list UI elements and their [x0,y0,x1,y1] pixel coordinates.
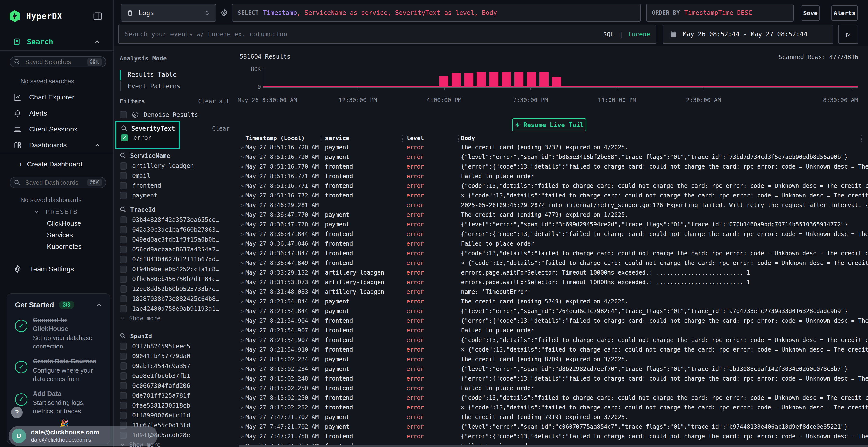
checkbox[interactable] [120,412,127,419]
show-more-button[interactable]: Show more [120,314,231,323]
row-expand-chevron[interactable]: > [239,260,245,266]
sidebar-item-dashboards[interactable]: Dashboards [0,138,113,153]
filter-value-row[interactable]: 09041fb457779da0 [120,351,231,361]
table-row[interactable]: >May 27 8:15:02.252 AMfrontenderror× {"c… [239,403,868,412]
filter-value-row[interactable]: 0de781ff325a781f [120,391,231,401]
row-expand-chevron[interactable]: > [239,308,245,314]
time-range-picker[interactable]: May 26 08:52:44 - May 27 08:52:44 [662,25,833,44]
checkbox[interactable] [120,192,127,199]
filter-value-row[interactable]: 18287038b73e882425c64b8… [120,294,231,304]
checkbox[interactable] [120,353,127,360]
table-row[interactable]: >May 27 8:21:54.910 AMfrontenderror× {"c… [239,345,868,354]
row-expand-chevron[interactable]: > [239,434,245,440]
checkbox[interactable] [120,266,127,273]
filter-value-row[interactable]: 056cd9acbaac8637a4354a2… [120,244,231,254]
clear-severity-filter-link[interactable]: Clear [113,125,229,132]
sidebar-item-alerts[interactable]: Alerts [0,106,113,121]
save-button[interactable]: Save [801,5,820,21]
preset-kubernetes[interactable]: Kubernetes [47,243,82,250]
row-expand-chevron[interactable]: > [239,231,245,237]
col-body[interactable]: Body [461,135,868,142]
table-row[interactable]: >May 27 8:51:16.771 AMfrontenderrorFaile… [239,171,868,181]
table-row[interactable]: >May 27 8:31:48.083 AMartillery-loadgene… [239,287,868,297]
filter-value-row[interactable]: 0fbe680eb456750b2d1184c… [120,274,231,284]
sidebar-item-client-sessions[interactable]: Client Sessions [0,122,113,137]
filter-value-row[interactable]: ✓error [121,133,179,143]
lucene-search-bar[interactable]: SQL | Lucene [118,25,656,44]
user-menu[interactable]: D dale@clickhouse.com dale@clickhouse.co… [9,426,158,446]
order-by-input[interactable]: ORDER BY TimestampTime DESC [646,4,794,22]
filter-value-row[interactable]: 0f94b9befe0b4252ccfa1c8… [120,264,231,274]
row-expand-chevron[interactable]: > [239,173,245,179]
row-expand-chevron[interactable]: > [239,154,245,160]
checkbox[interactable] [120,236,127,243]
row-expand-chevron[interactable]: > [239,337,245,343]
checkbox[interactable] [120,363,127,370]
filter-value-row[interactable]: 0ff8990066efcf1d [120,410,231,420]
alerts-button[interactable]: Alerts [831,5,858,21]
checkbox[interactable] [120,392,127,399]
get-started-step[interactable]: ✓ Create Data Sources Configure where yo… [15,357,102,383]
table-row[interactable]: >May 27 8:21:54.907 AMfrontenderrorFaile… [239,325,868,335]
filter-value-row[interactable]: 0fae5381230518cb [120,401,231,410]
checkbox[interactable] [120,305,127,312]
column-resize-handle[interactable] [321,135,321,142]
col-level[interactable]: level [406,135,461,142]
row-expand-chevron[interactable]: > [239,328,245,334]
language-toggle-sql[interactable]: SQL [603,31,614,38]
column-resize-handle[interactable] [402,135,403,142]
checkbox[interactable] [120,256,127,263]
clear-all-filters-link[interactable]: Clear all [198,98,229,105]
filter-value-row[interactable]: 049ed0ac3fdb1f3f15a0b0b… [120,235,231,244]
filter-value-row[interactable]: 03b44828f42a3573ea655ce… [120,215,231,225]
app-logo[interactable]: HyperDX [9,10,62,23]
preset-clickhouse[interactable]: ClickHouse [47,220,81,227]
language-toggle-lucene[interactable]: Lucene [628,31,650,38]
filter-value-row[interactable]: frontend [120,181,231,191]
row-expand-chevron[interactable]: > [239,183,245,189]
checkbox[interactable] [120,216,127,224]
row-expand-chevron[interactable]: > [239,356,245,363]
source-settings-gear-icon[interactable] [220,8,228,17]
table-row[interactable]: >May 27 8:15:02.234 AMpaymenterror{"leve… [239,364,868,374]
search-icon[interactable] [120,333,126,339]
table-row[interactable]: >May 27 8:36:47.847 AMfrontenderror{"cod… [239,248,868,258]
preset-services[interactable]: Services [47,231,73,239]
checkbox[interactable] [120,182,127,189]
table-row[interactable]: >May 27 8:21:54.844 AMpaymenterrorThe cr… [239,297,868,306]
checkbox[interactable] [120,402,127,409]
chevron-up-icon[interactable] [94,38,101,45]
table-row[interactable]: >May 27 8:31:53.073 AMartillery-loadgene… [239,277,868,287]
help-button[interactable]: ? [11,407,23,418]
table-row[interactable]: >May 27 8:46:29.281 AMerror2025-05-26T09… [239,200,868,210]
row-expand-chevron[interactable]: > [239,424,245,430]
row-expand-chevron[interactable]: > [239,385,245,391]
table-row[interactable]: >May 27 8:51:16.720 AMpaymenterror{"leve… [239,152,868,162]
row-expand-chevron[interactable]: > [239,414,245,420]
table-row[interactable]: >May 27 8:15:02.248 AMfrontenderror{"err… [239,374,868,383]
row-expand-chevron[interactable]: > [239,289,245,295]
filter-value-row[interactable]: artillery-loadgen [120,161,231,171]
run-query-button[interactable]: ▷ [838,25,858,44]
table-row[interactable]: >May 27 8:15:02.250 AMfrontenderrorFaile… [239,383,868,393]
row-expand-chevron[interactable]: > [239,366,245,372]
histogram-bar[interactable] [452,73,461,87]
saved-searches-field[interactable] [25,58,83,66]
row-expand-chevron[interactable]: > [239,193,245,199]
analysis-mode-tab[interactable]: Event Patterns [120,80,180,92]
table-row[interactable]: >May 27 7:47:21.750 AMfrontenderror{"err… [239,432,868,441]
denoise-checkbox[interactable] [120,111,127,118]
sql-select-input[interactable]: SELECT Timestamp, ServiceName as service… [232,4,641,22]
row-expand-chevron[interactable]: > [239,250,245,256]
table-row[interactable]: >May 27 8:33:29.132 AMartillery-loadgene… [239,268,868,277]
row-expand-chevron[interactable]: > [239,395,245,401]
checkbox[interactable]: ✓ [121,134,128,141]
row-expand-chevron[interactable]: > [239,376,245,382]
histogram-bar[interactable] [502,72,511,87]
table-row[interactable]: >May 27 8:21:54.844 AMpaymenterror{"leve… [239,306,868,316]
table-row[interactable]: >May 27 8:21:54.904 AMfrontenderror{"err… [239,316,868,325]
histogram-bar[interactable] [527,72,536,87]
checkbox[interactable] [120,246,127,253]
table-row[interactable]: >May 27 8:36:47.770 AMpaymenterror{"leve… [239,220,868,229]
get-started-step[interactable]: ✓ Connect to ClickHouse Set up your data… [15,316,102,351]
